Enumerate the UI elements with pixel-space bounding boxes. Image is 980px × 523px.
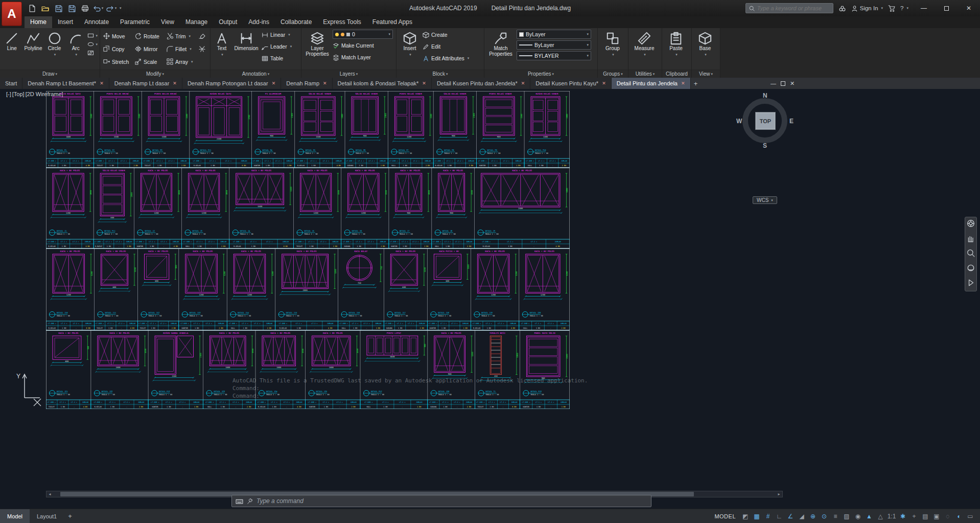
status-autoscale[interactable]: △ [875,511,885,521]
status-isolate-objects[interactable]: ◌ [943,511,953,521]
ribbon-move-button[interactable]: Move [102,33,134,39]
open-button[interactable] [39,2,51,14]
ribbon-panel-draw-label[interactable]: Draw▾ [0,70,100,78]
ribbon-tab-view[interactable]: View [155,16,180,28]
ribbon-ellipse-button[interactable]: ▾ [87,41,98,48]
layer-select[interactable]: 0▾ [333,30,393,39]
ribbon-insert-button[interactable]: Insert▾ [399,30,421,69]
save-button[interactable] [52,2,64,14]
viewport-view-control[interactable]: [Top] [12,91,25,97]
model-badge[interactable]: MODEL [714,513,736,519]
viewcube-west[interactable]: W [736,118,742,125]
ribbon-tab-output[interactable]: Output [213,16,243,28]
object-color-select[interactable]: ByLayer▾ [517,30,591,39]
zoom-icon[interactable] [967,249,975,259]
viewcube-south[interactable]: S [763,142,767,149]
file-tab-detail-kolom-pondasi-telapak[interactable]: Detail kolom & Pondasi Telapak*✕ [333,78,432,89]
ribbon-edit-attributes-button[interactable]: Edit Attributes▾ [423,53,469,63]
ribbon-erase-button[interactable] [199,32,205,41]
file-tab-detail-pintu-dan-jendela[interactable]: Detail Pintu dan Jendela✕ [612,78,691,89]
close-button[interactable]: ✕ [958,0,980,16]
app-store-cart-icon[interactable] [888,5,895,12]
ribbon-panel-block-label[interactable]: Block▾ [396,70,484,78]
ribbon-circle-button[interactable]: Circle▾ [44,30,64,69]
tab-close-icon[interactable]: ✕ [521,81,525,86]
ribbon-edit-button[interactable]: Edit [423,41,469,52]
ribbon-scale-button[interactable]: Scale [134,58,166,65]
file-tab-detail-kusen-pintu-kayu[interactable]: Detail Kusen Pintu Kayu*✕ [530,78,611,89]
tab-close-icon[interactable]: ✕ [422,81,426,86]
ribbon-text-button[interactable]: Text▾ [213,30,231,69]
file-tab-start[interactable]: Start [0,78,22,89]
ribbon-table-button[interactable]: Table [262,53,292,63]
ribbon-match-layer-button[interactable]: Match Layer [333,52,393,62]
ribbon-array-button[interactable]: Array▾ [166,58,197,65]
tab-close-icon[interactable]: ✕ [272,81,276,86]
ribbon-line-button[interactable]: Line [2,30,22,69]
keyboard-icon[interactable] [236,497,243,505]
ribbon-paste-button[interactable]: Paste▾ [664,30,688,69]
ribbon-dimension-button[interactable]: Dimension [232,30,260,69]
navigation-wheel-icon[interactable] [967,219,975,230]
ribbon-rotate-button[interactable]: Rotate [134,33,166,39]
viewcube-top-face[interactable]: TOP [755,112,776,130]
ribbon-base-button[interactable]: Base▾ [694,30,716,69]
ribbon-explode-button[interactable] [199,45,205,54]
tab-close-icon[interactable]: ✕ [681,81,685,86]
sign-in-button[interactable]: Sign In ▾ [851,5,883,12]
status-selection-cycling[interactable]: ◉ [853,511,863,521]
viewcube-east[interactable]: E [789,118,794,125]
ribbon-panel-utilities-label[interactable]: Utilities▾ [628,70,662,78]
ribbon-trim-button[interactable]: Trim▾ [166,33,197,39]
ribbon-tab-insert[interactable]: Insert [52,16,79,28]
ribbon-make-current-button[interactable]: Make Current [333,40,393,51]
search-input[interactable] [757,5,830,11]
doc-minimize-button[interactable]: — [771,80,776,86]
status-object-snap[interactable]: ⊙ [819,511,829,521]
new-layout-button[interactable]: + [64,512,76,520]
status-annotation-monitor[interactable]: + [909,511,919,521]
status-object-snap-tracking[interactable]: ⊕ [808,511,818,521]
ribbon-panel-view-label[interactable]: View▾ [692,70,720,78]
ribbon-layer-properties-button[interactable]: Layer Properties [304,30,331,69]
status-clean-screen[interactable]: ▭ [965,511,975,521]
status-infer-constraints[interactable]: ◩ [740,511,751,521]
undo-button[interactable]: ▾ [92,2,104,14]
plot-button[interactable] [79,2,91,14]
status-lineweight[interactable]: ≡ [830,511,841,521]
tab-close-icon[interactable]: ✕ [602,81,606,86]
ribbon-panel-modify-label[interactable]: Modify▾ [100,70,210,78]
ribbon-tab-express-tools[interactable]: Express Tools [317,16,366,28]
file-tab-denah-ramp-lt-basement[interactable]: Denah Ramp Lt Basement*✕ [22,78,109,89]
file-tab-denah-ramp-potongan-lt-dasar[interactable]: Denah Ramp Potongan Lt dasar✕ [182,78,281,89]
ribbon-tab-collaborate[interactable]: Collaborate [275,16,317,28]
file-tab-denah-ramp-lt-dasar[interactable]: Denah Ramp Lt dasar✕ [109,78,182,89]
ribbon-copy-button[interactable]: Copy [102,46,134,52]
save-as-button[interactable] [65,2,78,14]
new-file-button[interactable] [26,2,38,14]
status-snap-mode[interactable]: ▦ [752,511,762,521]
ribbon-create-button[interactable]: Create [423,30,469,40]
binoculars-icon[interactable] [838,5,846,12]
ribbon-tab-annotate[interactable]: Annotate [79,16,114,28]
ribbon-tab-add-ins[interactable]: Add-ins [243,16,275,28]
ribbon-panel-properties-label[interactable]: Properties▾ [484,70,597,78]
ribbon-panel-layers-label[interactable]: Layers▾ [301,70,396,78]
status-transparency[interactable]: ▨ [842,511,852,521]
model-space-tab[interactable]: Model [0,509,30,523]
customize-wrench-icon[interactable] [247,498,253,504]
ribbon-arc-button[interactable]: Arc▾ [66,30,86,69]
status-graphics-performance[interactable]: ◐ [954,511,964,521]
file-tab-denah-ramp[interactable]: Denah Ramp✕ [281,78,332,89]
status-lock-ui[interactable]: ▣ [931,511,942,521]
doc-close-button[interactable]: ✕ [790,80,795,87]
file-tab-detail-kusen-pintu-dan-jendela[interactable]: Detail Kusen Pintu dan Jendela*✕ [432,78,530,89]
ribbon-panel-groups-label[interactable]: Groups▾ [598,70,628,78]
ribbon-tab-parametric[interactable]: Parametric [114,16,155,28]
ribbon-measure-button[interactable]: Measure▾ [631,30,658,69]
orbit-icon[interactable] [967,264,975,274]
lineweight-select[interactable]: BYLAYER▾ [517,51,591,60]
help-button[interactable]: ?▾ [900,5,908,11]
tab-close-icon[interactable]: ✕ [100,81,104,86]
ribbon-fillet-button[interactable]: Fillet▾ [166,46,197,52]
